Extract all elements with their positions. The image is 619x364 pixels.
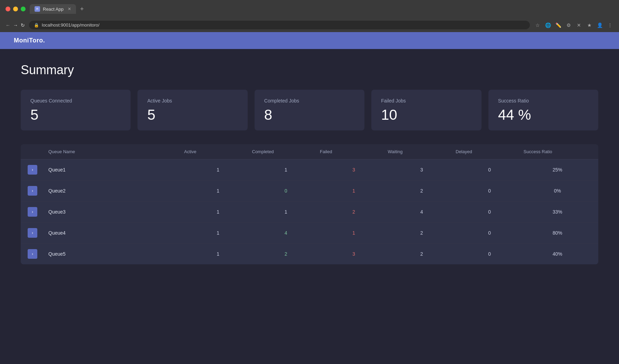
browser-toolbar: ← → ↻ 🔒 localhost:9001/app/monitoro/ ☆ 🌐… — [0, 18, 619, 32]
profile-icon[interactable]: 👤 — [596, 22, 603, 29]
cell-queue2-completed: 0 — [252, 188, 320, 194]
back-button[interactable]: ← — [6, 22, 10, 28]
traffic-lights — [6, 7, 26, 11]
cell-queue3-active: 1 — [184, 209, 252, 215]
lock-icon: 🔒 — [34, 23, 39, 28]
browser-tab-active[interactable]: R React App ✕ — [30, 4, 76, 14]
browser-chrome: R React App ✕ + ← → ↻ 🔒 localhost:9001/a… — [0, 0, 619, 32]
summary-cards: Queues Connected 5 Active Jobs 5 Complet… — [21, 90, 598, 130]
browser-actions: ☆ 🌐 ✏️ ⚙ ✕ ★ 👤 ⋮ — [534, 22, 613, 29]
cell-queue4-name: Queue4 — [48, 230, 184, 236]
table-row: › Queue5 1 2 3 2 0 40% — [21, 244, 598, 264]
bookmark-icon[interactable]: ☆ — [534, 22, 541, 29]
cell-queue4-failed: 1 — [320, 230, 388, 236]
cell-queue2-failed: 1 — [320, 188, 388, 194]
expand-button-queue5[interactable]: › — [28, 249, 37, 259]
card-success-ratio: Success Ratio 44 % — [488, 90, 598, 130]
url-text: localhost:9001/app/monitoro/ — [42, 22, 99, 28]
nav-buttons: ← → ↻ — [6, 22, 25, 28]
card-active-jobs: Active Jobs 5 — [137, 90, 247, 130]
col-header-delayed: Delayed — [456, 149, 524, 154]
extension-icon-5[interactable]: ★ — [586, 22, 593, 29]
table-header: Queue Name Active Completed Failed Waiti… — [21, 144, 598, 159]
cell-queue1-active: 1 — [184, 167, 252, 173]
cell-queue2-success-ratio: 0% — [524, 188, 592, 194]
cell-queue3-name: Queue3 — [48, 209, 184, 215]
card-success-ratio-value: 44 % — [498, 108, 589, 122]
expand-button-queue4[interactable]: › — [28, 228, 37, 238]
card-queues-connected-value: 5 — [30, 108, 121, 122]
jobs-table: Queue Name Active Completed Failed Waiti… — [21, 144, 598, 264]
card-failed-jobs: Failed Jobs 10 — [371, 90, 481, 130]
traffic-light-close[interactable] — [6, 7, 10, 11]
cell-queue4-delayed: 0 — [456, 230, 524, 236]
table-row: › Queue3 1 1 2 4 0 33% — [21, 201, 598, 223]
cell-queue5-failed: 3 — [320, 251, 388, 257]
browser-tabs: R React App ✕ + — [30, 4, 84, 14]
expand-button-queue1[interactable]: › — [28, 165, 37, 175]
app-header: MoniToro. — [0, 32, 619, 49]
cell-queue1-waiting: 3 — [388, 167, 456, 173]
page-title: Summary — [21, 63, 598, 77]
card-completed-jobs-label: Completed Jobs — [264, 98, 355, 104]
extension-icon-2[interactable]: ✏️ — [555, 22, 562, 29]
cell-queue1-failed: 3 — [320, 167, 388, 173]
tab-favicon: R — [35, 6, 40, 12]
app-container: MoniToro. Summary Queues Connected 5 Act… — [0, 32, 619, 364]
address-bar[interactable]: 🔒 localhost:9001/app/monitoro/ — [29, 21, 530, 29]
col-header-waiting: Waiting — [388, 149, 456, 154]
forward-button[interactable]: → — [13, 22, 18, 28]
extension-icon-4[interactable]: ✕ — [575, 22, 582, 29]
col-header-completed: Completed — [252, 149, 320, 154]
cell-queue4-waiting: 2 — [388, 230, 456, 236]
extension-icon-1[interactable]: 🌐 — [544, 22, 551, 29]
new-tab-button[interactable]: + — [80, 6, 84, 13]
col-header-queue-name: Queue Name — [48, 149, 184, 154]
cell-queue2-waiting: 2 — [388, 188, 456, 194]
menu-icon[interactable]: ⋮ — [607, 22, 613, 29]
col-header-active: Active — [184, 149, 252, 154]
table-row: › Queue4 1 4 1 2 0 80% — [21, 223, 598, 244]
cell-queue5-active: 1 — [184, 251, 252, 257]
cell-queue3-success-ratio: 33% — [524, 209, 592, 215]
cell-queue4-completed: 4 — [252, 230, 320, 236]
cell-queue1-name: Queue1 — [48, 167, 184, 173]
cell-queue1-completed: 1 — [252, 167, 320, 173]
traffic-light-minimize[interactable] — [13, 7, 18, 11]
table-row: › Queue2 1 0 1 2 0 0% — [21, 180, 598, 201]
card-success-ratio-label: Success Ratio — [498, 98, 589, 104]
card-failed-jobs-value: 10 — [381, 108, 472, 122]
card-completed-jobs: Completed Jobs 8 — [255, 90, 364, 130]
cell-queue4-success-ratio: 80% — [524, 230, 592, 236]
tab-close-button[interactable]: ✕ — [68, 7, 71, 11]
cell-queue5-name: Queue5 — [48, 251, 184, 257]
card-active-jobs-label: Active Jobs — [147, 98, 238, 104]
traffic-light-fullscreen[interactable] — [21, 7, 26, 11]
col-header-success-ratio: Success Ratio — [524, 149, 592, 154]
cell-queue3-completed: 1 — [252, 209, 320, 215]
cell-queue4-active: 1 — [184, 230, 252, 236]
cell-queue1-success-ratio: 25% — [524, 167, 592, 173]
reload-button[interactable]: ↻ — [21, 22, 25, 28]
cell-queue5-waiting: 2 — [388, 251, 456, 257]
cell-queue5-success-ratio: 40% — [524, 251, 592, 257]
cell-queue3-delayed: 0 — [456, 209, 524, 215]
extension-icon-3[interactable]: ⚙ — [565, 22, 572, 29]
cell-queue2-delayed: 0 — [456, 188, 524, 194]
col-header-expand — [28, 149, 48, 154]
table-row: › Queue1 1 1 3 3 0 25% — [21, 159, 598, 180]
expand-button-queue3[interactable]: › — [28, 207, 37, 217]
app-logo: MoniToro. — [14, 37, 45, 44]
expand-button-queue2[interactable]: › — [28, 186, 37, 196]
cell-queue3-failed: 2 — [320, 209, 388, 215]
cell-queue5-completed: 2 — [252, 251, 320, 257]
tab-title: React App — [43, 7, 64, 12]
card-completed-jobs-value: 8 — [264, 108, 355, 122]
card-queues-connected-label: Queues Connected — [30, 98, 121, 104]
col-header-failed: Failed — [320, 149, 388, 154]
cell-queue2-active: 1 — [184, 188, 252, 194]
app-main: Summary Queues Connected 5 Active Jobs 5… — [0, 49, 619, 364]
browser-titlebar: R React App ✕ + — [0, 0, 619, 18]
cell-queue1-delayed: 0 — [456, 167, 524, 173]
card-queues-connected: Queues Connected 5 — [21, 90, 131, 130]
